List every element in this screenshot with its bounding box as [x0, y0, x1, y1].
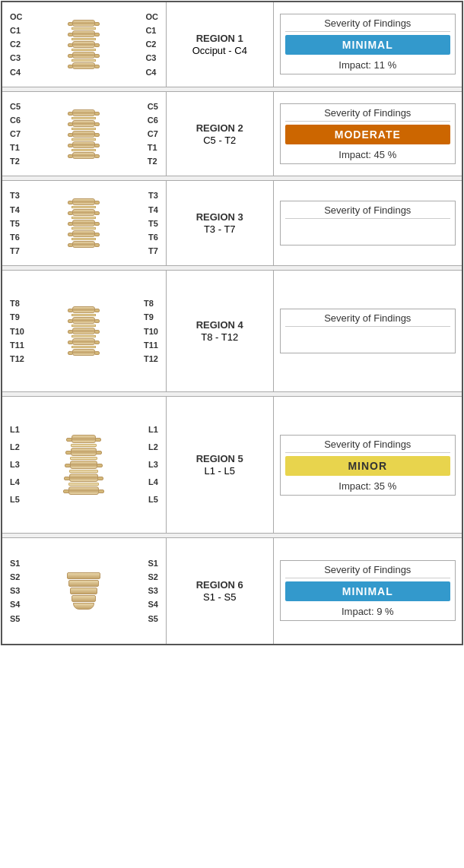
spine-image-area	[20, 192, 148, 255]
spine-column: OCC1C2C3C4 OCC1C2C3C4	[2, 2, 166, 87]
severity-title: Severity of Findings	[285, 107, 450, 122]
label-left: T7	[10, 244, 20, 258]
spine-image-area	[20, 565, 148, 616]
label-right: T9	[144, 310, 158, 324]
spine-labels-left: C5C6C7T1T2	[10, 100, 21, 169]
label-right: L1	[148, 421, 158, 439]
spine-column: S1S2S3S4S5 S1S2S3S4S5	[2, 538, 166, 645]
label-right: S2	[148, 570, 157, 584]
spine-labels-right: L1L2L3L4L5	[148, 421, 158, 508]
region-column: REGION 6 S1 - S5	[166, 538, 273, 645]
label-right: S5	[148, 612, 157, 626]
region-column: REGION 1 Occiput - C4	[166, 2, 273, 87]
region-name: REGION 3	[170, 211, 270, 223]
label-left: T12	[10, 352, 24, 366]
severity-box: Severity of Findings MINOR Impact: 35 %	[280, 435, 456, 496]
region-range: L1 - L5	[205, 465, 235, 477]
spine-labels-right: C5C6C7T1T2	[148, 100, 158, 169]
label-left: T5	[10, 217, 20, 230]
region-name: REGION 5	[170, 453, 270, 464]
severity-title: Severity of Findings	[285, 439, 450, 453]
label-right: T1	[148, 141, 158, 154]
label-left: C5	[10, 100, 21, 113]
label-left: C4	[10, 65, 23, 79]
spine-image-area	[20, 428, 148, 502]
severity-badge: MINOR	[285, 456, 450, 476]
label-left: C7	[10, 127, 21, 141]
region-range: C5 - T2	[203, 135, 236, 146]
spine-labels-left: T3T4T5T6T7	[10, 188, 20, 258]
spine-visual: C5C6C7T1T2 C5C6C7T1T2	[5, 97, 163, 172]
label-right: L4	[148, 474, 158, 491]
label-right: T4	[148, 203, 158, 217]
region-range: T3 - T7	[204, 223, 236, 235]
severity-badge: MODERATE	[285, 125, 450, 144]
label-right: T12	[144, 352, 158, 366]
region-row-region2: C5C6C7T1T2 C5C6C7T1T2	[2, 91, 462, 176]
label-left: L5	[10, 491, 20, 508]
label-right: S1	[148, 556, 157, 570]
label-left: T4	[10, 203, 20, 217]
severity-column: Severity of Findings	[273, 271, 462, 392]
label-right: C5	[148, 100, 158, 113]
spine-column: T3T4T5T6T7 T3T4T5T6T7	[2, 181, 166, 266]
label-right: C7	[148, 127, 158, 141]
region-row-region1: OCC1C2C3C4 OCC1C2C3C4	[2, 2, 462, 87]
severity-badge: MINIMAL	[285, 35, 450, 55]
spine-labels-right: OCC1C2C3C4	[145, 10, 158, 79]
spine-visual: OCC1C2C3C4 OCC1C2C3C4	[5, 7, 163, 82]
label-left: S5	[10, 612, 20, 626]
severity-badge: MINIMAL	[285, 581, 450, 601]
label-left: S1	[10, 556, 20, 570]
label-left: T9	[10, 310, 24, 324]
label-left: C6	[10, 113, 21, 127]
severity-box: Severity of Findings	[280, 309, 456, 353]
label-right: T7	[148, 244, 158, 258]
severity-title: Severity of Findings	[285, 564, 450, 578]
region-range: Occiput - C4	[192, 45, 247, 56]
label-right: L2	[148, 439, 158, 456]
label-left: L1	[10, 421, 20, 439]
spine-regions-table: OCC1C2C3C4 OCC1C2C3C4	[1, 1, 463, 645]
spine-labels-left: T8T9T10T11T12	[10, 296, 24, 366]
region-name: REGION 4	[170, 319, 270, 331]
region-range: S1 - S5	[203, 591, 236, 603]
region-name: REGION 6	[170, 579, 270, 591]
impact-text: Impact: 11 %	[285, 58, 450, 71]
label-right: C3	[145, 51, 158, 65]
severity-box: Severity of Findings MINIMAL Impact: 9 %	[280, 560, 456, 621]
spine-labels-right: S1S2S3S4S5	[148, 556, 157, 626]
label-left: T11	[10, 338, 24, 352]
label-right: C1	[145, 24, 158, 37]
label-right: C4	[145, 65, 158, 79]
spine-visual: S1S2S3S4S5 S1S2S3S4S5	[5, 543, 163, 639]
label-right: OC	[145, 10, 158, 24]
spine-image-area	[23, 13, 146, 76]
severity-column: Severity of Findings MINOR Impact: 35 %	[273, 397, 462, 534]
spine-column: T8T9T10T11T12 T8T9T10T11T12	[2, 271, 166, 392]
spine-visual: T3T4T5T6T7 T3T4T5T6T7	[5, 185, 163, 261]
label-right: T3	[148, 188, 158, 202]
region-row-region3: T3T4T5T6T7 T3T4T5T6T7	[2, 181, 462, 266]
spine-labels-left: S1S2S3S4S5	[10, 556, 20, 626]
region-column: REGION 4 T8 - T12	[166, 271, 273, 392]
label-right: T5	[148, 217, 158, 230]
impact-text: Impact: 9 %	[285, 604, 450, 617]
severity-title: Severity of Findings	[285, 312, 450, 327]
region-row-region4: T8T9T10T11T12 T8T9T10T11T12	[2, 271, 462, 392]
impact-text: Impact: 35 %	[285, 479, 450, 492]
severity-title: Severity of Findings	[285, 17, 450, 32]
label-left: T3	[10, 188, 20, 202]
spine-image-area	[24, 299, 144, 363]
severity-column: Severity of Findings MINIMAL Impact: 11 …	[273, 2, 462, 87]
label-left: T6	[10, 230, 20, 244]
label-left: OC	[10, 10, 23, 24]
label-right: T11	[144, 338, 158, 352]
spine-visual: L1L2L3L4L5 L1L2L3L4L5	[5, 401, 163, 528]
severity-box: Severity of Findings MODERATE Impact: 45…	[280, 103, 456, 164]
label-left: S3	[10, 584, 20, 597]
label-left: T2	[10, 154, 21, 168]
region-range: T8 - T12	[201, 331, 238, 343]
severity-column: Severity of Findings MODERATE Impact: 45…	[273, 91, 462, 176]
spine-labels-left: L1L2L3L4L5	[10, 421, 20, 508]
